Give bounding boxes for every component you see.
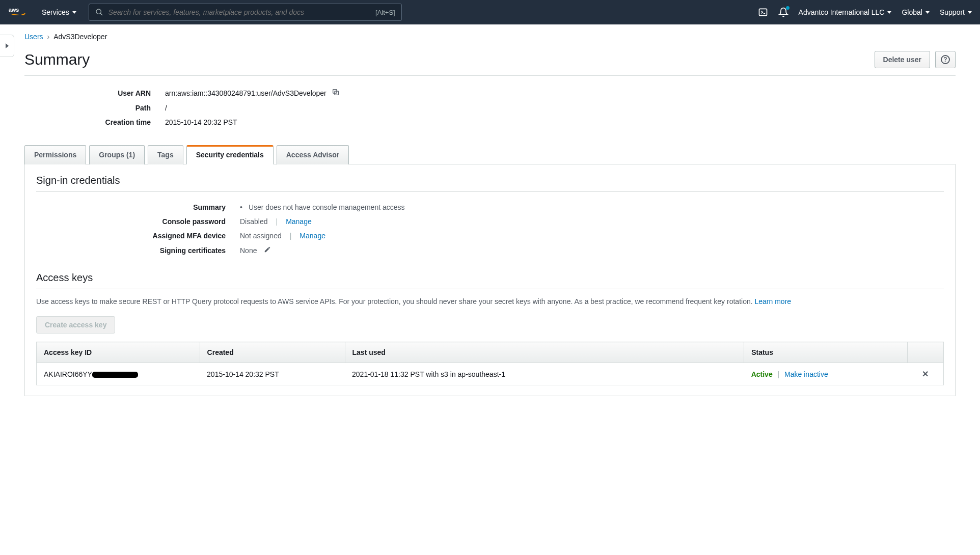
cell-status: Active | Make inactive bbox=[744, 363, 908, 385]
signin-heading: Sign-in credentials bbox=[36, 175, 944, 192]
region-label: Global bbox=[902, 8, 922, 16]
region-menu[interactable]: Global bbox=[902, 8, 929, 16]
support-label: Support bbox=[940, 8, 965, 16]
path-value: / bbox=[165, 104, 167, 112]
access-keys-heading: Access keys bbox=[36, 272, 944, 289]
main-content: Users › AdvS3Developer Summary Delete us… bbox=[0, 24, 980, 417]
col-created[interactable]: Created bbox=[200, 342, 345, 363]
signing-cert-label: Signing certificates bbox=[36, 246, 240, 255]
services-label: Services bbox=[42, 8, 69, 16]
manage-mfa-link[interactable]: Manage bbox=[300, 232, 325, 240]
chevron-right-icon: › bbox=[47, 33, 50, 41]
divider: | bbox=[778, 370, 780, 378]
close-icon[interactable]: ✕ bbox=[922, 370, 929, 378]
table-row: AKIAIROI66YY 2015-10-14 20:32 PST 2021-0… bbox=[37, 363, 944, 385]
arn-value: arn:aws:iam::343080248791:user/AdvS3Deve… bbox=[165, 89, 326, 97]
caret-down-icon bbox=[968, 11, 972, 14]
path-label: Path bbox=[24, 104, 165, 112]
search-icon bbox=[95, 8, 103, 16]
caret-down-icon bbox=[925, 11, 930, 14]
page-header: Summary Delete user ? bbox=[24, 51, 956, 76]
signin-credentials: Summary User does not have console manag… bbox=[36, 200, 944, 258]
divider: | bbox=[290, 232, 292, 240]
access-keys-desc-text: Use access keys to make secure REST or H… bbox=[36, 297, 754, 306]
signing-cert-value: None bbox=[240, 246, 257, 255]
col-actions bbox=[907, 342, 943, 363]
col-access-key-id[interactable]: Access key ID bbox=[37, 342, 200, 363]
aws-logo[interactable]: aws bbox=[8, 6, 30, 18]
svg-point-1 bbox=[96, 9, 101, 14]
account-menu[interactable]: Advantco International LLC bbox=[799, 8, 892, 16]
search-shortcut-hint: [Alt+S] bbox=[375, 9, 395, 16]
col-last-used[interactable]: Last used bbox=[345, 342, 744, 363]
tab-access-advisor[interactable]: Access Advisor bbox=[277, 145, 349, 164]
top-nav: aws Services [Alt+S] Advantco Internatio… bbox=[0, 0, 980, 24]
cell-delete: ✕ bbox=[907, 363, 943, 385]
breadcrumb: Users › AdvS3Developer bbox=[24, 33, 956, 41]
caret-down-icon bbox=[887, 11, 891, 14]
search-bar[interactable]: [Alt+S] bbox=[89, 4, 402, 21]
arn-label: User ARN bbox=[24, 89, 165, 97]
tab-tags[interactable]: Tags bbox=[148, 145, 183, 164]
svg-line-2 bbox=[100, 13, 102, 15]
page-title: Summary bbox=[24, 51, 90, 68]
col-status[interactable]: Status bbox=[744, 342, 908, 363]
mfa-label: Assigned MFA device bbox=[36, 232, 240, 240]
user-summary: User ARN arn:aws:iam::343080248791:user/… bbox=[24, 85, 956, 129]
tab-permissions[interactable]: Permissions bbox=[24, 145, 86, 164]
manage-console-password-link[interactable]: Manage bbox=[286, 217, 312, 226]
delete-user-button[interactable]: Delete user bbox=[875, 51, 930, 68]
side-drawer-toggle[interactable] bbox=[0, 35, 14, 57]
tabs: Permissions Groups (1) Tags Security cre… bbox=[24, 145, 956, 164]
cell-last-used: 2021-01-18 11:32 PST with s3 in ap-south… bbox=[345, 363, 744, 385]
status-badge: Active bbox=[751, 370, 773, 378]
redacted-text bbox=[92, 372, 138, 378]
console-password-value: Disabled bbox=[240, 217, 267, 226]
svg-text:aws: aws bbox=[9, 7, 19, 13]
help-button[interactable]: ? bbox=[935, 51, 956, 68]
tab-security-credentials[interactable]: Security credentials bbox=[186, 145, 274, 164]
support-menu[interactable]: Support bbox=[940, 8, 972, 16]
access-keys-table: Access key ID Created Last used Status A… bbox=[36, 342, 944, 385]
security-panel: Sign-in credentials Summary User does no… bbox=[24, 164, 956, 396]
search-input[interactable] bbox=[108, 8, 370, 16]
tab-groups[interactable]: Groups (1) bbox=[89, 145, 145, 164]
key-id-visible: AKIAIROI66YY bbox=[44, 370, 92, 378]
pencil-icon[interactable] bbox=[264, 246, 271, 255]
breadcrumb-users-link[interactable]: Users bbox=[24, 33, 43, 41]
signin-summary-label: Summary bbox=[36, 203, 240, 211]
access-keys-description: Use access keys to make secure REST or H… bbox=[36, 296, 944, 307]
make-inactive-link[interactable]: Make inactive bbox=[784, 370, 828, 378]
create-access-key-button[interactable]: Create access key bbox=[36, 316, 115, 334]
notification-dot bbox=[786, 6, 790, 10]
created-value: 2015-10-14 20:32 PST bbox=[165, 118, 237, 126]
breadcrumb-current: AdvS3Developer bbox=[53, 33, 107, 41]
divider: | bbox=[276, 217, 278, 226]
caret-down-icon bbox=[72, 11, 76, 14]
mfa-value: Not assigned bbox=[240, 232, 282, 240]
created-label: Creation time bbox=[24, 118, 165, 126]
cloudshell-icon[interactable] bbox=[758, 7, 768, 17]
cell-key-id: AKIAIROI66YY bbox=[37, 363, 200, 385]
learn-more-link[interactable]: Learn more bbox=[754, 297, 791, 306]
account-label: Advantco International LLC bbox=[799, 8, 885, 16]
console-password-label: Console password bbox=[36, 217, 240, 226]
services-menu[interactable]: Services bbox=[42, 8, 76, 16]
help-icon: ? bbox=[941, 55, 950, 64]
notifications-icon[interactable] bbox=[778, 7, 788, 17]
copy-icon[interactable] bbox=[332, 88, 340, 98]
cell-created: 2015-10-14 20:32 PST bbox=[200, 363, 345, 385]
signin-summary-text: User does not have console management ac… bbox=[249, 203, 405, 211]
